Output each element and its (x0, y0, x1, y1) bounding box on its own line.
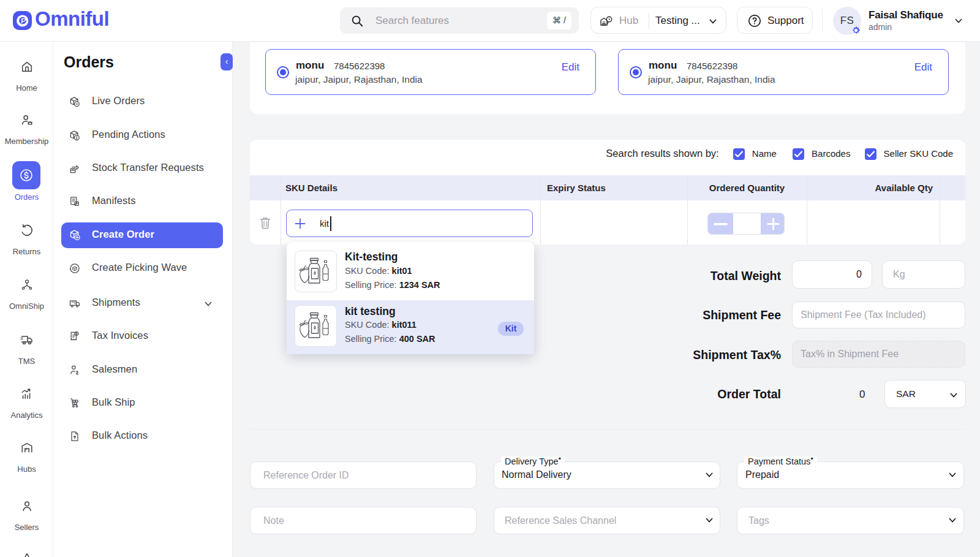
svg-text:F: F (21, 17, 25, 25)
